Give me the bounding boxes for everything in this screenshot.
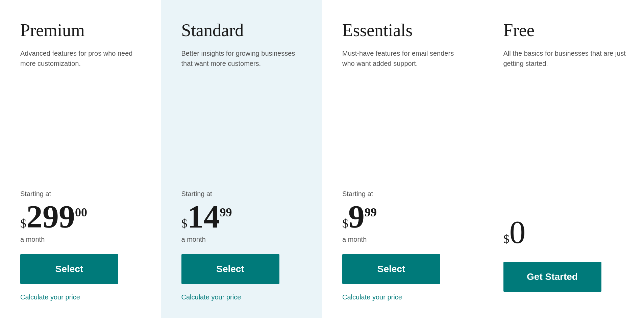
price-main-standard: 14 bbox=[188, 201, 220, 233]
pricing-card-standard: Standard Better insights for growing bus… bbox=[161, 0, 322, 318]
currency-premium: $ bbox=[20, 216, 26, 231]
price-display-premium: $ 299 00 bbox=[20, 201, 144, 233]
price-main-premium: 299 bbox=[26, 201, 75, 233]
price-main-free: 0 bbox=[510, 216, 526, 248]
plan-description-essentials: Must-have features for email senders who… bbox=[342, 48, 466, 82]
pricing-container: Premium Advanced features for pros who n… bbox=[0, 0, 644, 318]
currency-essentials: $ bbox=[342, 216, 348, 231]
price-display-essentials: $ 9 99 bbox=[342, 201, 466, 233]
currency-standard: $ bbox=[181, 216, 188, 231]
plan-description-standard: Better insights for growing businesses t… bbox=[181, 48, 305, 82]
calculate-link-essentials[interactable]: Calculate your price bbox=[342, 293, 402, 301]
get-started-button-free[interactable]: Get Started bbox=[503, 262, 601, 292]
price-display-free: $ 0 bbox=[503, 216, 627, 251]
plan-description-free: All the basics for businesses that are j… bbox=[503, 48, 627, 82]
pricing-section-premium: Starting at $ 299 00 a month Select Calc… bbox=[20, 180, 144, 301]
plan-name-free: Free bbox=[503, 20, 627, 40]
select-button-premium[interactable]: Select bbox=[20, 254, 118, 284]
select-button-essentials[interactable]: Select bbox=[342, 254, 440, 284]
price-cents-premium: 00 bbox=[75, 205, 87, 219]
pricing-card-free: Free All the basics for businesses that … bbox=[483, 0, 644, 318]
price-period-premium: a month bbox=[20, 236, 144, 243]
starting-at-premium: Starting at bbox=[20, 190, 144, 198]
price-display-standard: $ 14 99 bbox=[181, 201, 305, 233]
calculate-link-premium[interactable]: Calculate your price bbox=[20, 293, 80, 301]
select-button-standard[interactable]: Select bbox=[181, 254, 279, 284]
plan-name-standard: Standard bbox=[181, 20, 305, 40]
price-cents-essentials: 99 bbox=[365, 205, 377, 219]
currency-free: $ bbox=[503, 232, 510, 246]
pricing-card-essentials: Essentials Must-have features for email … bbox=[322, 0, 483, 318]
calculate-link-standard[interactable]: Calculate your price bbox=[181, 293, 241, 301]
plan-name-essentials: Essentials bbox=[342, 20, 466, 40]
starting-at-essentials: Starting at bbox=[342, 190, 466, 198]
pricing-section-free: $ 0 Get Started bbox=[503, 203, 627, 301]
pricing-card-premium: Premium Advanced features for pros who n… bbox=[0, 0, 161, 318]
plan-description-premium: Advanced features for pros who need more… bbox=[20, 48, 144, 82]
price-main-essentials: 9 bbox=[348, 201, 365, 233]
price-period-standard: a month bbox=[181, 236, 305, 243]
pricing-section-standard: Starting at $ 14 99 a month Select Calcu… bbox=[181, 180, 305, 301]
plan-name-premium: Premium bbox=[20, 20, 144, 40]
pricing-section-essentials: Starting at $ 9 99 a month Select Calcul… bbox=[342, 180, 466, 301]
price-cents-standard: 99 bbox=[220, 205, 232, 219]
price-period-essentials: a month bbox=[342, 236, 466, 243]
starting-at-standard: Starting at bbox=[181, 190, 305, 198]
